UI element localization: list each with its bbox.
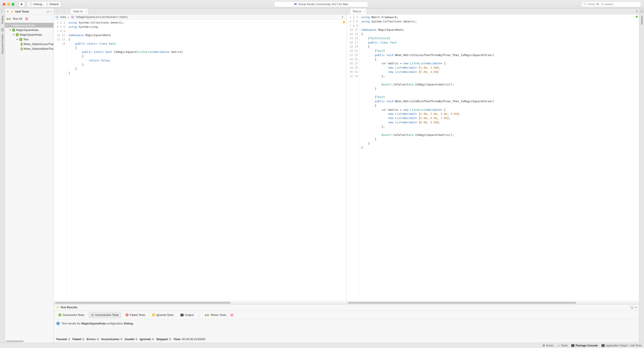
app-title: Visual Studio Community 2017 for Mac bbox=[298, 3, 348, 6]
editor-pane-left: ‹ › Kata.cs × Kata ▸ IsMagicSquare(List<… bbox=[54, 9, 346, 304]
titlebar: Debug › Default Visual Studio Community … bbox=[0, 0, 644, 9]
filter-inconclusive[interactable]: ? Inconclusive Tests bbox=[89, 312, 121, 318]
tree-node[interactable]: ▼ MagicSquareKata bbox=[5, 32, 54, 37]
close-tab-button[interactable]: × bbox=[364, 10, 365, 13]
chevron-down-icon[interactable]: ▼ bbox=[9, 29, 11, 31]
editor-column: ‹ › Kata.cs × Kata ▸ IsMagicSquare(List<… bbox=[54, 9, 639, 343]
editor-nav-bar: ‹ › Kata.cs × bbox=[54, 9, 346, 14]
triangle-down-icon[interactable]: ▼ bbox=[7, 10, 9, 13]
status-tasks[interactable]: Tasks bbox=[557, 344, 568, 347]
pass-icon bbox=[58, 313, 61, 316]
document-outline-icon[interactable] bbox=[1, 28, 4, 31]
breadcrumb-bar[interactable]: Kata ▸ IsMagicSquare(List<List<decimal>>… bbox=[54, 14, 346, 20]
svg-rect-10 bbox=[72, 16, 74, 18]
close-panel-button[interactable]: × bbox=[635, 306, 637, 309]
test-pass-icon bbox=[12, 29, 15, 32]
target-label: Default bbox=[50, 3, 59, 6]
autohide-button[interactable]: ▢ bbox=[630, 306, 633, 309]
device-icon bbox=[30, 3, 32, 6]
tree-node[interactable]: ▼ Test bbox=[5, 37, 54, 42]
horizontal-scrollbar[interactable] bbox=[54, 301, 346, 304]
filter-ignored[interactable]: ⊘ Ignored Tests bbox=[150, 312, 176, 318]
nav-back-button[interactable]: ‹ bbox=[55, 9, 60, 14]
build-status-icon bbox=[636, 16, 638, 18]
inconclusive-icon: ? bbox=[91, 313, 94, 316]
status-package-console[interactable]: Package Console bbox=[571, 344, 598, 347]
ignored-icon: ⊘ bbox=[152, 313, 155, 316]
toolbox-icon[interactable]: T bbox=[1, 10, 4, 13]
test-pass-icon bbox=[20, 43, 22, 46]
run-button[interactable] bbox=[19, 1, 25, 7]
horizontal-scrollbar[interactable] bbox=[346, 301, 639, 304]
test-pass-icon bbox=[16, 33, 19, 36]
left-rail: T Toolbox Document Outline bbox=[0, 9, 5, 343]
rerun-tests-button[interactable]: ▶▶ Rerun Tests bbox=[202, 312, 229, 318]
error-icon bbox=[542, 344, 545, 347]
nav-forward-button[interactable]: › bbox=[62, 9, 67, 14]
svg-text:T: T bbox=[1, 10, 3, 13]
tree-root[interactable]: ▼ MagicSquareKata bbox=[5, 23, 54, 28]
results-filter-row: Successful Tests ? Inconclusive Tests ✕ … bbox=[54, 310, 639, 319]
run-all-icon: ▶▶ bbox=[7, 17, 11, 21]
zoom-window-button[interactable] bbox=[12, 3, 14, 6]
close-window-button[interactable] bbox=[3, 3, 5, 6]
run-all-label[interactable]: Run All bbox=[13, 17, 22, 21]
visual-studio-icon bbox=[294, 3, 297, 6]
info-icon: i bbox=[56, 322, 60, 325]
svg-rect-11 bbox=[641, 10, 643, 13]
status-application-output[interactable]: Application Output - Unit Tests bbox=[602, 344, 642, 347]
unit-tests-title: Unit Tests bbox=[15, 10, 29, 13]
tree-node[interactable]: ▼ MagicSquareKata bbox=[5, 28, 54, 32]
app-title-pill: Visual Studio Community 2017 for Mac bbox=[274, 1, 368, 7]
search-field[interactable]: Press '⌘.' to search bbox=[581, 1, 641, 7]
code-area-right[interactable]: 1 2 3 4 5 6 7 8 9 10 11 12 13 14 15 16 1… bbox=[346, 14, 639, 301]
toolbox-label[interactable]: Toolbox bbox=[1, 16, 4, 24]
tree-label: MagicSquareKata bbox=[12, 24, 35, 27]
bolt-icon: ⚡ bbox=[56, 306, 60, 309]
stop-tests-button[interactable] bbox=[25, 18, 28, 20]
breadcrumb-menu-button[interactable]: ▾ bbox=[340, 15, 344, 19]
chevron-down-icon[interactable]: ▼ bbox=[12, 33, 15, 36]
breadcrumb-method: IsMagicSquare(List<List<decimal>> matrix… bbox=[76, 16, 128, 19]
test-pass-icon bbox=[20, 47, 22, 51]
horizontal-scrollbar[interactable] bbox=[6, 340, 24, 342]
run-all-bar: ▶▶ Run All bbox=[5, 15, 54, 23]
minimize-window-button[interactable] bbox=[7, 3, 10, 6]
search-placeholder: Press '⌘.' to search bbox=[588, 3, 614, 6]
status-errors[interactable]: Errors bbox=[542, 344, 554, 347]
divider bbox=[199, 312, 200, 317]
chevron-right-icon: › bbox=[44, 3, 44, 6]
tree-leaf[interactable]: When_MatrixIsMoreThanThreeByThree_Then_I… bbox=[5, 46, 54, 51]
line-gutter: 1 2 3 4 5 6 7 8 9 10 11 12 13 14 bbox=[54, 20, 67, 301]
unit-tests-tree: ▼ MagicSquareKata ▼ MagicSquareKata ▼ Ma… bbox=[5, 23, 54, 340]
results-summary: Passed: 2 Failed: 0 Errors: 0 Inconclusi… bbox=[54, 336, 639, 343]
autohide-button[interactable]: ▢ bbox=[47, 10, 49, 13]
code-text[interactable]: using NUnit.Framework; using System.Coll… bbox=[360, 14, 639, 301]
configuration-selector[interactable]: Debug › Default bbox=[27, 1, 61, 7]
filter-failed[interactable]: ✕ Failed Tests bbox=[123, 312, 148, 318]
editor-pane-right: Test.cs × ▾ 1 2 3 4 5 6 7 8 9 10 11 12 1… bbox=[346, 9, 639, 304]
close-panel-button[interactable]: × bbox=[50, 10, 52, 13]
svg-line-3 bbox=[585, 5, 586, 5]
checkmark-icon bbox=[557, 344, 560, 347]
solution-label[interactable]: Solution bbox=[640, 16, 643, 25]
filter-successful[interactable]: Successful Tests bbox=[56, 312, 87, 318]
line-gutter: 1 2 3 4 5 6 7 8 9 10 11 12 13 14 15 16 1… bbox=[346, 14, 360, 301]
tab-test[interactable]: Test.cs × bbox=[350, 8, 367, 14]
code-area-left[interactable]: 1 2 3 4 5 6 7 8 9 10 11 12 13 14 using S… bbox=[54, 20, 346, 301]
close-tab-button[interactable]: × bbox=[85, 10, 86, 13]
chevron-down-icon[interactable]: ▼ bbox=[16, 38, 18, 41]
filter-output[interactable]: Output bbox=[178, 312, 196, 318]
code-text[interactable]: using System.Collections.Generic; using … bbox=[67, 20, 346, 301]
tab-kata[interactable]: Kata.cs × bbox=[70, 8, 88, 14]
pane-menu-button[interactable]: ▾ bbox=[636, 10, 638, 13]
chevron-down-icon[interactable]: ▼ bbox=[6, 24, 8, 27]
bolt-icon: ⚡ bbox=[10, 10, 14, 13]
stop-tests-button[interactable] bbox=[230, 314, 233, 316]
document-outline-label[interactable]: Document Outline bbox=[1, 34, 4, 54]
breadcrumb-class: Kata bbox=[60, 16, 66, 19]
tree-label: MagicSquareKata bbox=[16, 29, 38, 32]
tree-leaf[interactable]: When_MatrixIsLessThanThreeByThree_Then_I… bbox=[5, 42, 54, 46]
test-pass-icon bbox=[19, 38, 22, 41]
solution-icon[interactable] bbox=[640, 10, 643, 13]
